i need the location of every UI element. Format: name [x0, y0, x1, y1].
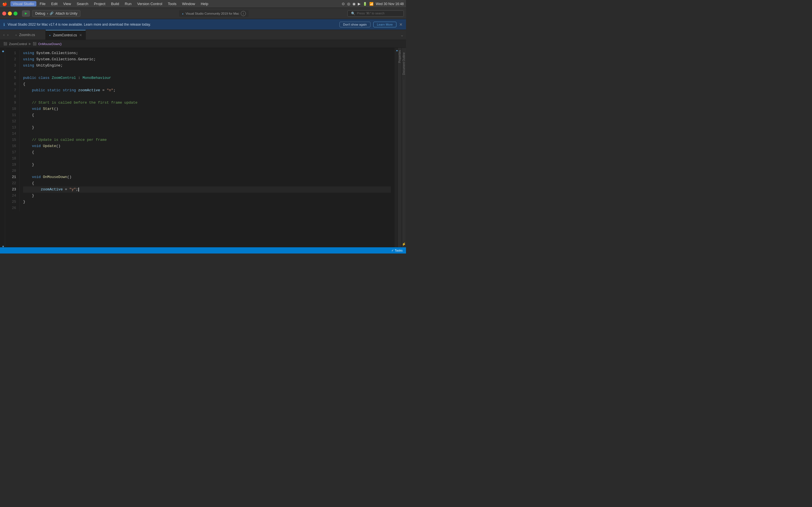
menu-item-window[interactable]: Window: [180, 1, 197, 6]
tab-forward-arrow[interactable]: ›: [6, 33, 10, 38]
notification-bar: ℹ Visual Studio 2022 for Mac v17.4 is no…: [0, 19, 406, 30]
search-bar[interactable]: 🔍 Press '⌘/' to search: [347, 10, 404, 17]
line-num-24: 24: [7, 193, 16, 199]
menu-item-edit[interactable]: Edit: [49, 1, 60, 6]
line-num-8: 8: [7, 94, 16, 100]
line-num-21: 21: [7, 174, 16, 180]
minimize-button[interactable]: [8, 11, 12, 15]
breadcrumb-method-name[interactable]: OnMouseDown(): [38, 42, 62, 46]
tab-bar: ‹ › ⬧ ZoomIn.cs ⬧ ZoomControl.cs ✕ ⌄: [0, 30, 406, 40]
code-line-26: [23, 205, 391, 211]
community-tab-label: Visual Studio Community 2019 for Mac: [186, 12, 239, 15]
menu-bar-right: ⊙ ◎ ◉ ▶ 🔋 📶 Wed 30 Nov 16:48: [342, 2, 404, 6]
bottom-bar-right: ✓ Tasks: [391, 249, 403, 252]
line-num-19: 19: [7, 162, 16, 168]
scroll-indicator[interactable]: [394, 48, 398, 247]
line-num-22: 22: [7, 180, 16, 186]
code-line-11: {: [23, 112, 391, 118]
line-num-3: 3: [7, 62, 16, 69]
code-line-1: using System.Collections;: [23, 50, 391, 56]
close-button[interactable]: [2, 11, 6, 15]
notification-text: Visual Studio 2022 for Mac v17.4 is now …: [8, 22, 337, 26]
menu-item-visual-studio[interactable]: Visual Studio: [10, 1, 36, 6]
menu-item-tools[interactable]: Tools: [165, 1, 179, 6]
code-line-21: void OnMouseDown(): [23, 174, 391, 180]
debug-label: Debug: [35, 11, 45, 15]
code-line-17: {: [23, 149, 391, 156]
line-num-9: 9: [7, 100, 16, 106]
dont-show-again-button[interactable]: Don't show again: [340, 22, 370, 27]
tab-overflow-icon[interactable]: ⌄: [400, 33, 404, 37]
line-num-17: 17: [7, 149, 16, 156]
left-gutter: ◆ ◆: [0, 48, 5, 247]
scroll-marker: [396, 50, 398, 51]
battery-icon: 🔋: [363, 2, 367, 6]
wifi-icon: 📶: [369, 2, 373, 6]
run-button[interactable]: ▶: [22, 10, 30, 17]
line-num-10: 10: [7, 106, 16, 112]
tasks-label[interactable]: ✓ Tasks: [391, 249, 403, 252]
traffic-lights: [2, 11, 17, 15]
menu-item-file[interactable]: File: [38, 1, 48, 6]
code-line-19: }: [23, 162, 391, 168]
notification-message: Visual Studio 2022 for Mac v17.4 is now …: [8, 22, 151, 26]
line-num-6: 6: [7, 81, 16, 87]
notification-info-icon: ℹ: [3, 22, 5, 27]
code-line-14: [23, 131, 391, 137]
breadcrumb-class-icon: ⬛: [3, 42, 7, 46]
code-line-23: zoomActive = "y";: [23, 186, 391, 193]
attach-label: Attach to Unity: [55, 11, 77, 15]
line-num-2: 2: [7, 56, 16, 62]
breadcrumb-class-name[interactable]: ZoomControl: [9, 42, 27, 46]
menu-item-view[interactable]: View: [61, 1, 73, 6]
debug-section[interactable]: Debug › 🔗 Attach to Unity: [32, 10, 80, 17]
debug-dot-icon: ◆: [2, 245, 4, 247]
document-outline-label[interactable]: Document Outline: [402, 50, 405, 77]
breadcrumb-separator-icon: ▶: [29, 42, 31, 46]
tab-back-arrow[interactable]: ‹: [2, 33, 6, 38]
notification-close-icon[interactable]: ✕: [399, 22, 403, 27]
vs-tab-center: ⬧ Visual Studio Community 2019 for Mac i: [83, 10, 345, 17]
code-line-20: [23, 168, 391, 174]
line-num-1: 1: [7, 50, 16, 56]
menu-item-run[interactable]: Run: [123, 1, 134, 6]
search-placeholder: Press '⌘/' to search: [357, 11, 385, 15]
datetime-label: Wed 30 Nov 16:48: [376, 2, 404, 6]
menu-item-project[interactable]: Project: [92, 1, 107, 6]
apple-logo-icon: 🍎: [2, 2, 7, 6]
editor-area[interactable]: 1 2 3 4 5 6 7 8 9 10 11 12 13 14 15 16 1…: [5, 48, 394, 247]
code-line-6: {: [23, 81, 391, 87]
line-num-25: 25: [7, 199, 16, 205]
search-icon: 🔍: [351, 11, 355, 15]
tab-zoomincs[interactable]: ⬧ ZoomIn.cs: [12, 30, 46, 40]
tab-zoomincs-icon: ⬧: [15, 33, 17, 36]
tab-close-icon[interactable]: ✕: [79, 33, 82, 37]
properties-label[interactable]: Properties: [398, 48, 401, 65]
attach-icon: 🔗: [50, 11, 54, 15]
community-tab[interactable]: ⬧ Visual Studio Community 2019 for Mac i: [179, 10, 249, 17]
menu-bar: 🍎 Visual Studio File Edit View Search Pr…: [0, 0, 406, 8]
line-num-15: 15: [7, 137, 16, 143]
code-line-10: void Start(): [23, 106, 391, 112]
learn-more-button[interactable]: Learn More: [373, 22, 396, 27]
run-icon: ▶: [25, 11, 27, 15]
maximize-button[interactable]: [13, 11, 17, 15]
menu-item-search[interactable]: Search: [74, 1, 91, 6]
code-lines: using System.Collections; using System.C…: [20, 50, 394, 211]
main-area: ◆ ◆ 1 2 3 4 5 6 7 8 9 10 11 12 13 14 15: [0, 48, 406, 247]
line-num-14: 14: [7, 131, 16, 137]
code-line-4: [23, 69, 391, 75]
line-num-16: 16: [7, 143, 16, 149]
debug-separator: ›: [47, 11, 48, 15]
tab-right: ⌄: [398, 30, 406, 40]
menu-item-version-control[interactable]: Version Control: [135, 1, 164, 6]
code-line-5: public class ZoomControl : MonoBehaviour: [23, 75, 391, 81]
title-bar: ▶ Debug › 🔗 Attach to Unity ⬧ Visual Stu…: [0, 8, 406, 19]
properties-panel: Properties: [398, 48, 402, 247]
info-icon[interactable]: i: [241, 11, 246, 16]
menu-item-help[interactable]: Help: [199, 1, 211, 6]
code-container: 1 2 3 4 5 6 7 8 9 10 11 12 13 14 15 16 1…: [5, 48, 394, 214]
tab-zoomcontrolcs-label: ZoomControl.cs: [53, 33, 77, 37]
tab-zoomcontrolcs[interactable]: ⬧ ZoomControl.cs ✕: [46, 30, 86, 40]
menu-item-build[interactable]: Build: [109, 1, 121, 6]
